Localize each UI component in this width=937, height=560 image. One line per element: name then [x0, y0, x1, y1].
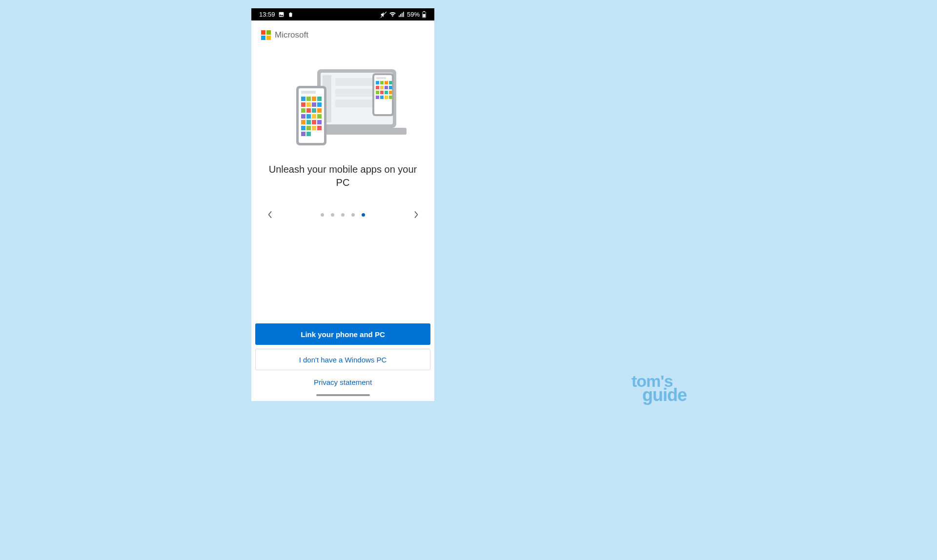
carousel-dot[interactable]	[331, 213, 334, 217]
battery-icon	[422, 11, 427, 18]
wifi-icon	[389, 11, 396, 18]
svg-rect-54	[301, 126, 306, 130]
svg-rect-16	[380, 81, 384, 84]
svg-rect-38	[301, 102, 306, 107]
svg-rect-18	[389, 81, 392, 84]
svg-rect-26	[389, 91, 392, 94]
svg-rect-58	[301, 132, 306, 136]
phone-frame: 13:59 59% Mic	[251, 8, 434, 401]
carousel-dot[interactable]	[341, 213, 345, 217]
svg-rect-24	[380, 91, 384, 94]
svg-rect-29	[385, 96, 388, 99]
android-status-bar: 13:59 59%	[251, 8, 434, 20]
svg-rect-45	[317, 108, 322, 113]
carousel-controls	[251, 189, 434, 219]
microsoft-wordmark: Microsoft	[275, 30, 308, 40]
no-windows-pc-button[interactable]: I don't have a Windows PC	[255, 349, 430, 370]
svg-rect-3	[424, 11, 425, 12]
svg-rect-52	[312, 120, 316, 124]
microsoft-logo-icon	[261, 30, 271, 40]
status-right: 59%	[380, 11, 427, 18]
carousel-dot[interactable]	[321, 213, 324, 217]
svg-rect-56	[312, 126, 316, 130]
svg-rect-35	[306, 97, 311, 101]
svg-rect-53	[317, 120, 322, 124]
svg-rect-57	[317, 126, 322, 130]
toms-guide-watermark: tom's guide	[631, 374, 687, 403]
android-home-indicator[interactable]	[316, 394, 370, 396]
svg-rect-50	[301, 120, 306, 124]
svg-rect-22	[389, 86, 392, 89]
svg-rect-36	[312, 97, 316, 101]
hero-illustration	[251, 44, 434, 153]
svg-rect-28	[380, 96, 384, 99]
svg-rect-48	[312, 114, 316, 119]
svg-rect-51	[306, 120, 311, 124]
privacy-statement-link[interactable]: Privacy statement	[314, 374, 372, 388]
bottom-actions: Link your phone and PC I don't have a Wi…	[251, 323, 434, 401]
carousel-dots	[321, 213, 365, 217]
svg-rect-34	[301, 97, 306, 101]
chevron-left-icon[interactable]	[266, 211, 274, 219]
svg-rect-19	[376, 86, 379, 89]
status-time: 13:59	[259, 11, 275, 18]
svg-rect-39	[306, 102, 311, 107]
watermark-line2: guide	[642, 388, 687, 403]
svg-rect-21	[385, 86, 388, 89]
status-battery-text: 59%	[407, 11, 420, 18]
chevron-right-icon[interactable]	[412, 211, 420, 219]
status-left: 13:59	[259, 11, 294, 18]
svg-rect-25	[385, 91, 388, 94]
svg-rect-37	[317, 97, 322, 101]
svg-rect-30	[389, 96, 392, 99]
signal-icon	[398, 11, 405, 18]
svg-rect-41	[317, 102, 322, 107]
svg-rect-20	[380, 86, 384, 89]
svg-rect-55	[306, 126, 311, 130]
svg-rect-44	[312, 108, 316, 113]
svg-rect-27	[376, 96, 379, 99]
svg-rect-4	[423, 14, 426, 17]
link-phone-pc-button[interactable]: Link your phone and PC	[255, 323, 430, 345]
svg-rect-33	[301, 91, 316, 94]
svg-rect-17	[385, 81, 388, 84]
svg-rect-15	[376, 81, 379, 84]
svg-rect-46	[301, 114, 306, 119]
svg-rect-23	[376, 91, 379, 94]
svg-rect-47	[306, 114, 311, 119]
carousel-dot[interactable]	[351, 213, 355, 217]
shopping-bag-icon	[287, 11, 294, 18]
svg-rect-49	[317, 114, 322, 119]
mute-icon	[380, 11, 387, 18]
hero-title: Unleash your mobile apps on your PC	[251, 153, 434, 189]
carousel-dot-active[interactable]	[362, 213, 365, 217]
svg-rect-40	[312, 102, 316, 107]
svg-rect-14	[376, 77, 386, 79]
picture-icon	[278, 11, 285, 18]
svg-rect-59	[306, 132, 311, 136]
svg-rect-43	[306, 108, 311, 113]
svg-rect-42	[301, 108, 306, 113]
microsoft-brand: Microsoft	[251, 20, 434, 44]
